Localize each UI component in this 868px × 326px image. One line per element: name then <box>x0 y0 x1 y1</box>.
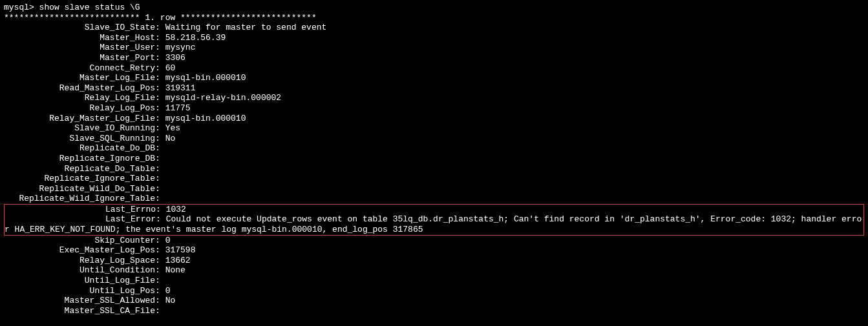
status-row-master_log_file: Master_Log_File: mysql-bin.000010 <box>4 73 864 83</box>
status-row-master_host: Master_Host: 58.218.56.39 <box>4 33 864 43</box>
status-row-replicate_do_table: Replicate_Do_Table: <box>4 164 864 174</box>
status-row-replicate_ignore_table: Replicate_Ignore_Table: <box>4 174 864 184</box>
status-label: Replicate_Do_Table <box>4 164 155 174</box>
status-row-relay_log_space: Relay_Log_Space: 13662 <box>4 256 864 266</box>
status-value: 11775 <box>165 103 191 113</box>
status-row-relay_master_log_file: Relay_Master_Log_File: mysql-bin.000010 <box>4 114 864 124</box>
status-row-until_condition: Until_Condition: None <box>4 265 864 276</box>
status-value: 319311 <box>165 83 196 93</box>
status-label: Relay_Log_Pos <box>4 103 155 113</box>
status-value: Waiting for master to send event <box>165 23 327 32</box>
status-value: 1032 <box>166 205 186 214</box>
status-value: None <box>165 265 185 275</box>
status-label: Slave_IO_State <box>4 23 155 32</box>
status-row-master_user: Master_User: mysync <box>4 43 864 53</box>
status-row-relay_log_file: Relay_Log_File: mysqld-relay-bin.000002 <box>4 93 864 103</box>
status-value: mysqld-relay-bin.000002 <box>165 93 281 103</box>
status-row-replicate_wild_ignore_table: Replicate_Wild_Ignore_Table: <box>4 194 864 204</box>
status-label: Replicate_Do_DB <box>4 143 155 153</box>
status-value: 60 <box>165 63 176 73</box>
status-row-slave_io_running: Slave_IO_Running: Yes <box>4 123 864 134</box>
status-label: Until_Log_Pos <box>4 286 155 296</box>
status-label: Replicate_Ignore_Table <box>4 174 155 183</box>
status-label: Relay_Master_Log_File <box>4 114 155 123</box>
status-label: Master_User <box>4 43 155 52</box>
status-value: 0 <box>165 286 171 296</box>
status-label: Master_Host <box>4 33 155 43</box>
status-label: Until_Log_File <box>4 276 155 285</box>
status-value: 58.218.56.39 <box>165 33 226 43</box>
status-label: Replicate_Wild_Ignore_Table <box>4 194 155 203</box>
status-value: No <box>165 296 176 305</box>
status-label: Slave_IO_Running <box>4 123 155 133</box>
status-row-last_error: Last_Error: Could not execute Update_row… <box>5 214 863 234</box>
status-value: 13662 <box>165 256 191 265</box>
status-label: Read_Master_Log_Pos <box>4 83 155 93</box>
error-highlight: Last_Errno: 1032 Last_Error: Could not e… <box>4 204 864 236</box>
status-label: Master_Log_File <box>4 73 155 83</box>
status-label: Exec_Master_Log_Pos <box>4 245 155 255</box>
status-label: Skip_Counter <box>4 236 155 245</box>
status-row-replicate_ignore_db: Replicate_Ignore_DB: <box>4 154 864 164</box>
status-row-until_log_pos: Until_Log_Pos: 0 <box>4 286 864 296</box>
status-label: Slave_SQL_Running <box>4 134 155 143</box>
status-value: mysql-bin.000010 <box>165 73 246 83</box>
status-row-connect_retry: Connect_Retry: 60 <box>4 63 864 74</box>
status-value: mysync <box>165 43 196 52</box>
status-row-replicate_do_db: Replicate_Do_DB: <box>4 143 864 154</box>
status-label: Last_Error <box>5 214 156 224</box>
status-row-replicate_wild_do_table: Replicate_Wild_Do_Table: <box>4 184 864 194</box>
status-row-master_port: Master_Port: 3306 <box>4 53 864 63</box>
slave-status-output: Slave_IO_State: Waiting for master to se… <box>4 23 864 316</box>
status-label: Relay_Log_File <box>4 93 155 103</box>
status-row-slave_io_state: Slave_IO_State: Waiting for master to se… <box>4 23 864 33</box>
status-label: Replicate_Wild_Do_Table <box>4 184 155 194</box>
status-row-exec_master_log_pos: Exec_Master_Log_Pos: 317598 <box>4 245 864 256</box>
status-row-skip_counter: Skip_Counter: 0 <box>4 236 864 246</box>
status-value: No <box>165 134 176 143</box>
status-label: Relay_Log_Space <box>4 256 155 265</box>
status-label: Replicate_Ignore_DB <box>4 154 155 163</box>
status-row-last_errno: Last_Errno: 1032 <box>5 205 863 215</box>
status-value: 3306 <box>165 53 185 63</box>
status-label: Connect_Retry <box>4 63 155 73</box>
row-header: *************************** 1. row *****… <box>4 13 864 23</box>
status-label: Last_Errno <box>5 205 156 214</box>
status-value: mysql-bin.000010 <box>165 114 246 123</box>
status-row-master_ssl_allowed: Master_SSL_Allowed: No <box>4 296 864 306</box>
status-value: 317598 <box>165 245 196 255</box>
status-row-relay_log_pos: Relay_Log_Pos: 11775 <box>4 103 864 114</box>
status-label: Master_SSL_CA_File <box>4 306 155 316</box>
status-value: Yes <box>165 123 180 133</box>
status-row-until_log_file: Until_Log_File: <box>4 276 864 286</box>
status-row-slave_sql_running: Slave_SQL_Running: No <box>4 134 864 144</box>
status-label: Master_Port <box>4 53 155 63</box>
status-label: Until_Condition <box>4 265 155 275</box>
status-value: 0 <box>165 236 171 245</box>
mysql-prompt: mysql> show slave status \G <box>4 3 864 13</box>
status-row-master_ssl_ca_file: Master_SSL_CA_File: <box>4 306 864 316</box>
status-label: Master_SSL_Allowed <box>4 296 155 305</box>
status-row-read_master_log_pos: Read_Master_Log_Pos: 319311 <box>4 83 864 94</box>
